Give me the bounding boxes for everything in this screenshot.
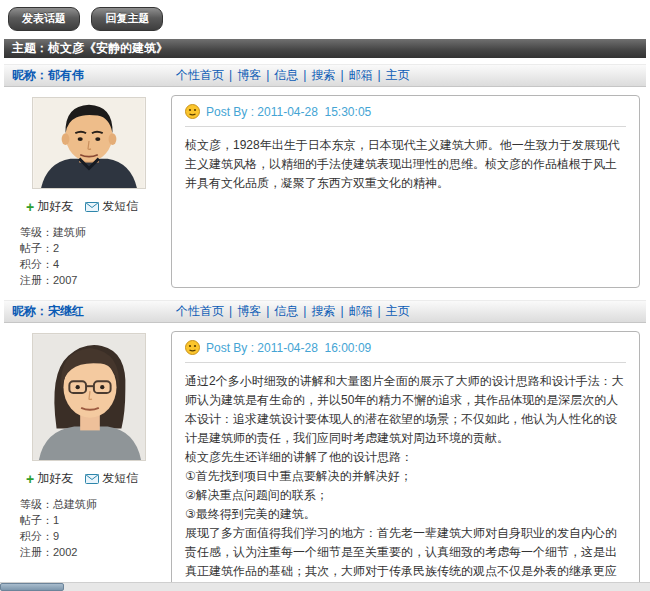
nav-link-info[interactable]: 信息	[274, 68, 298, 82]
send-message-link[interactable]: 发短信	[85, 470, 138, 487]
nav-link-search[interactable]: 搜索	[311, 68, 335, 82]
nickname: 昵称：宋继红	[4, 303, 171, 320]
separator: |	[303, 68, 306, 82]
separator: |	[266, 68, 269, 82]
forum-thread-page: 发表话题 回复主题 主题：桢文彦《安静的建筑》 昵称：郁有伟 个性首页|博客|信…	[0, 0, 650, 591]
separator: |	[229, 304, 232, 318]
post-content-box: Post By : 2011-04-28 15:30:05 桢文彦，1928年出…	[171, 95, 640, 288]
post: 昵称：郁有伟 个性首页|博客|信息|搜索|邮箱|主页	[4, 64, 646, 300]
thread-toolbar: 发表话题 回复主题	[4, 0, 646, 39]
plus-icon: +	[26, 202, 34, 212]
user-stats: 等级：建筑师 帖子：2 积分：4 注册：2007	[20, 224, 171, 288]
add-friend-link[interactable]: +加好友	[26, 470, 73, 487]
nav-link-blog[interactable]: 博客	[237, 304, 261, 318]
user-nav-links: 个性首页|博客|信息|搜索|邮箱|主页	[171, 303, 415, 320]
nav-link-blog[interactable]: 博客	[237, 68, 261, 82]
nav-link-homepage[interactable]: 主页	[386, 304, 410, 318]
smiley-icon	[185, 104, 200, 119]
nav-link-search[interactable]: 搜索	[311, 304, 335, 318]
avatar	[32, 333, 146, 461]
post-by-timestamp: Post By : 2011-04-28 15:30:05	[206, 105, 371, 119]
post-meta: Post By : 2011-04-28 15:30:05	[185, 104, 626, 127]
separator: |	[229, 68, 232, 82]
send-message-link[interactable]: 发短信	[85, 198, 138, 215]
separator: |	[378, 304, 381, 318]
smiley-icon	[185, 340, 200, 355]
separator: |	[303, 304, 306, 318]
nav-link-homepage[interactable]: 主页	[386, 68, 410, 82]
post-header: 昵称：郁有伟 个性首页|博客|信息|搜索|邮箱|主页	[4, 64, 646, 87]
stat-points: 积分：9	[20, 528, 171, 544]
post-by-timestamp: Post By : 2011-04-28 16:00:09	[206, 341, 371, 355]
post-header: 昵称：宋继红 个性首页|博客|信息|搜索|邮箱|主页	[4, 300, 646, 323]
user-column: +加好友 发短信 等级：建筑师 帖子：2 积分：4 注册：2007	[4, 95, 171, 288]
separator: |	[266, 304, 269, 318]
stat-posts: 帖子：2	[20, 240, 171, 256]
stat-points: 积分：4	[20, 256, 171, 272]
envelope-icon	[85, 474, 99, 484]
user-actions: +加好友 发短信	[26, 470, 171, 487]
post-paragraph: ①首先找到项目中重点要解决的并解决好；	[185, 467, 626, 486]
post-text: 桢文彦，1928年出生于日本东京，日本现代主义建筑大师。他一生致力于发展现代主义…	[185, 136, 626, 193]
user-column: +加好友 发短信 等级：总建筑师 帖子：1 积分：9 注册：2002	[4, 331, 171, 591]
post-meta: Post By : 2011-04-28 16:00:09	[185, 340, 626, 363]
nav-link-personal-home[interactable]: 个性首页	[176, 68, 224, 82]
post-paragraph: 桢文彦，1928年出生于日本东京，日本现代主义建筑大师。他一生致力于发展现代主义…	[185, 136, 626, 193]
nav-link-mail[interactable]: 邮箱	[349, 304, 373, 318]
stat-level: 等级：建筑师	[20, 224, 171, 240]
post-text: 通过2个多小时细致的讲解和大量图片全面的展示了大师的设计思路和设计手法：大师认为…	[185, 372, 626, 591]
separator: |	[378, 68, 381, 82]
envelope-icon	[85, 202, 99, 212]
thread-title-bar: 主题：桢文彦《安静的建筑》	[4, 39, 646, 58]
post-paragraph: 通过2个多小时细致的讲解和大量图片全面的展示了大师的设计思路和设计手法：大师认为…	[185, 372, 626, 448]
post-topic-button[interactable]: 发表话题	[8, 7, 80, 31]
horizontal-scrollbar[interactable]	[0, 582, 650, 591]
nav-link-mail[interactable]: 邮箱	[349, 68, 373, 82]
stat-posts: 帖子：1	[20, 512, 171, 528]
user-stats: 等级：总建筑师 帖子：1 积分：9 注册：2002	[20, 496, 171, 560]
post-body: +加好友 发短信 等级：建筑师 帖子：2 积分：4 注册：2007 Post B…	[4, 87, 646, 300]
post-paragraph: ②解决重点问题间的联系；	[185, 486, 626, 505]
separator: |	[340, 304, 343, 318]
post-paragraph: 桢文彦先生还详细的讲解了他的设计思路：	[185, 448, 626, 467]
avatar	[32, 97, 146, 189]
plus-icon: +	[26, 474, 34, 484]
scrollbar-thumb[interactable]	[0, 583, 64, 591]
separator: |	[340, 68, 343, 82]
stat-registered: 注册：2002	[20, 544, 171, 560]
post: 昵称：宋继红 个性首页|博客|信息|搜索|邮箱|主页	[4, 300, 646, 591]
nickname: 昵称：郁有伟	[4, 67, 171, 84]
user-actions: +加好友 发短信	[26, 198, 171, 215]
thread-title: 主题：桢文彦《安静的建筑》	[12, 41, 168, 55]
add-friend-link[interactable]: +加好友	[26, 198, 73, 215]
post-content-box: Post By : 2011-04-28 16:00:09 通过2个多小时细致的…	[171, 331, 640, 591]
stat-registered: 注册：2007	[20, 272, 171, 288]
stat-level: 等级：总建筑师	[20, 496, 171, 512]
reply-topic-button[interactable]: 回复主题	[91, 7, 163, 31]
post-paragraph: 展现了多方面值得我们学习的地方：首先老一辈建筑大师对自身职业的发自内心的责任感，…	[185, 524, 626, 591]
post-body: +加好友 发短信 等级：总建筑师 帖子：1 积分：9 注册：2002 Post …	[4, 323, 646, 591]
nav-link-personal-home[interactable]: 个性首页	[176, 304, 224, 318]
nav-link-info[interactable]: 信息	[274, 304, 298, 318]
post-paragraph: ③最终得到完美的建筑。	[185, 505, 626, 524]
user-nav-links: 个性首页|博客|信息|搜索|邮箱|主页	[171, 67, 415, 84]
